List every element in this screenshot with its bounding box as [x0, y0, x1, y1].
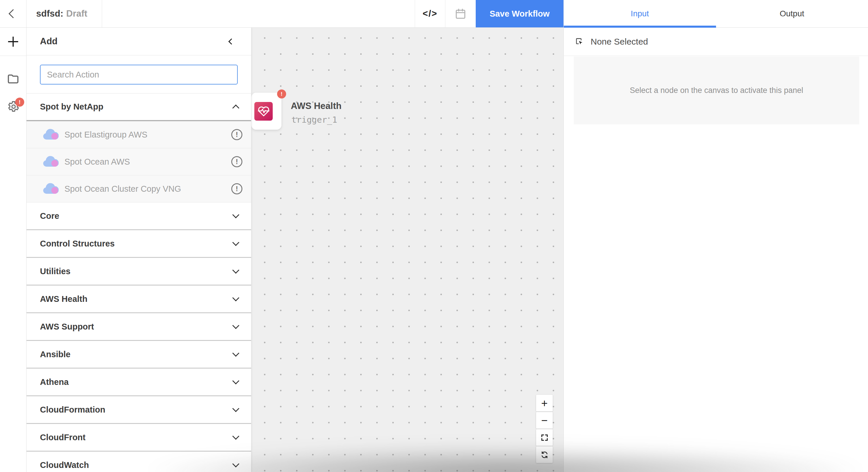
section-cloudwatch[interactable]: CloudWatch [27, 451, 251, 472]
canvas-zoom-controls: + − [536, 395, 553, 464]
cloud-icon [42, 156, 59, 168]
section-label: Spot by NetApp [40, 102, 103, 111]
reset-view-button[interactable] [536, 446, 553, 463]
chevron-up-icon [232, 105, 239, 111]
cloud-dot [51, 133, 58, 140]
search-action-input[interactable] [40, 65, 238, 85]
plus-icon [6, 35, 20, 48]
warning-circle-icon: ! [231, 183, 242, 194]
workflow-status: Draft [66, 8, 87, 19]
collapse-chevron-icon [228, 38, 234, 44]
chevron-down-icon [232, 239, 239, 246]
inspector-panel: None Selected Select a node on the canva… [563, 28, 868, 472]
chevron-down-icon [232, 211, 239, 218]
section-cloudformation[interactable]: CloudFormation [27, 396, 251, 424]
schedule-button[interactable] [445, 0, 476, 27]
zoom-out-button[interactable]: − [536, 412, 553, 429]
section-spot-by-netapp[interactable]: Spot by NetApp [27, 94, 251, 121]
add-panel-title: Add [40, 36, 58, 46]
heart-pulse-icon [257, 105, 270, 118]
node-error-badge[interactable]: ! [277, 90, 286, 99]
add-panel-header: Add [27, 28, 251, 55]
settings-alert-badge: ! [15, 98, 24, 107]
header-spacer [102, 0, 415, 27]
selection-status-row: None Selected [564, 28, 868, 56]
section-label: CloudFront [40, 433, 86, 442]
section-label: AWS Health [40, 294, 88, 304]
action-item-spot-ocean-cluster-copy-vng[interactable]: Spot Ocean Cluster Copy VNG ! [27, 175, 251, 202]
inspector-empty-hint: Select a node on the canvas to activate … [630, 86, 803, 95]
active-tab-underline [564, 26, 716, 28]
action-item-label: Spot Ocean AWS [64, 157, 231, 167]
section-aws-support[interactable]: AWS Support [27, 313, 251, 341]
plugin-sections: Spot by NetApp Spot Elastigroup AWS ! [27, 93, 251, 472]
left-icon-rail: ! [0, 28, 27, 472]
node-trigger-1: ! AWS Health trigger_1 [251, 93, 426, 133]
settings-rail-button[interactable]: ! [0, 93, 26, 121]
calendar-icon [454, 7, 467, 20]
chevron-down-icon [232, 460, 239, 467]
aws-health-node-icon [254, 102, 273, 121]
section-label: Control Structures [40, 239, 115, 248]
section-aws-health[interactable]: AWS Health [27, 285, 251, 313]
action-item-label: Spot Ocean Cluster Copy VNG [64, 184, 231, 194]
tab-input[interactable]: Input [564, 0, 716, 27]
back-button[interactable] [0, 0, 27, 27]
section-label: AWS Support [40, 322, 94, 332]
inspector-empty-state: Select a node on the canvas to activate … [574, 57, 859, 125]
workflow-title: sdfsd: Draft [27, 0, 102, 27]
section-label: Utilities [40, 267, 70, 276]
collapse-panel-button[interactable] [225, 36, 237, 47]
cloud-dot [51, 187, 58, 194]
node-title: AWS Health [291, 101, 342, 111]
node-id-label: trigger_1 [291, 115, 337, 125]
chevron-down-icon [232, 350, 239, 357]
warning-circle-icon: ! [231, 156, 242, 167]
cloud-dot [51, 160, 58, 167]
section-control-structures[interactable]: Control Structures [27, 230, 251, 258]
zoom-in-button[interactable]: + [536, 395, 553, 411]
cloud-icon [42, 183, 59, 195]
code-icon: </> [423, 8, 437, 19]
top-header: sdfsd: Draft </> Save Workflow Input Out… [0, 0, 868, 28]
chevron-down-icon [232, 405, 239, 412]
folder-icon [6, 72, 20, 86]
selection-status-text: None Selected [591, 37, 648, 46]
workflow-editor-app: sdfsd: Draft </> Save Workflow Input Out… [0, 0, 868, 472]
section-label: CloudWatch [40, 460, 89, 470]
section-cloudfront[interactable]: CloudFront [27, 424, 251, 451]
warning-circle-icon: ! [231, 129, 242, 140]
chevron-down-icon [232, 267, 239, 274]
chevron-down-icon [232, 433, 239, 440]
cloud-icon [42, 129, 59, 141]
fit-view-button[interactable] [536, 429, 553, 446]
action-item-label: Spot Elastigroup AWS [64, 130, 231, 140]
back-chevron-icon [8, 9, 18, 18]
add-node-rail-button[interactable] [0, 28, 26, 56]
workflow-name: sdfsd: [36, 8, 63, 19]
section-label: Athena [40, 377, 68, 387]
fullscreen-icon [540, 434, 549, 442]
projects-rail-button[interactable] [0, 65, 26, 93]
search-wrap [27, 55, 251, 93]
code-view-button[interactable]: </> [415, 0, 445, 27]
action-item-spot-ocean-aws[interactable]: Spot Ocean AWS ! [27, 148, 251, 175]
save-workflow-button[interactable]: Save Workflow [476, 0, 563, 27]
section-core[interactable]: Core [27, 202, 251, 230]
refresh-icon [540, 450, 549, 459]
chevron-down-icon [232, 294, 239, 301]
workflow-canvas[interactable]: ! AWS Health trigger_1 + − [251, 28, 563, 472]
node-card[interactable]: ! [251, 93, 281, 130]
add-action-panel: Add Spot by NetApp Spot Ela [27, 28, 251, 472]
section-label: CloudFormation [40, 405, 105, 415]
section-utilities[interactable]: Utilities [27, 258, 251, 285]
tab-output[interactable]: Output [716, 0, 868, 27]
section-athena[interactable]: Athena [27, 369, 251, 396]
cursor-select-icon [574, 37, 584, 46]
action-item-spot-elastigroup-aws[interactable]: Spot Elastigroup AWS ! [27, 121, 251, 148]
section-ansible[interactable]: Ansible [27, 341, 251, 369]
section-label: Ansible [40, 350, 70, 359]
section-label: Core [40, 211, 59, 221]
inspector-tab-bar: Input Output [563, 0, 868, 27]
chevron-down-icon [232, 322, 239, 329]
